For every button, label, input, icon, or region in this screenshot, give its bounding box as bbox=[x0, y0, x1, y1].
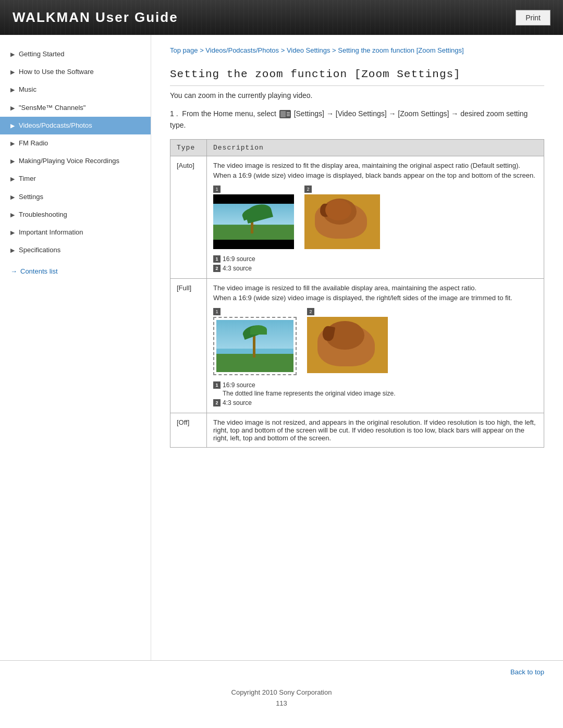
full-desc-2: When a 16:9 (wide size) video image is d… bbox=[213, 294, 537, 302]
desc-off: The video image is not resized, and appe… bbox=[207, 413, 544, 448]
sidebar-item-troubleshooting[interactable]: ▶ Troubleshooting bbox=[0, 206, 151, 224]
sky bbox=[213, 204, 294, 225]
type-off: [Off] bbox=[170, 413, 207, 448]
page-header: WALKMAN User Guide Print bbox=[0, 0, 563, 35]
arrow-icon: ▶ bbox=[10, 246, 15, 254]
desc-auto: The video image is resized to fit the di… bbox=[207, 156, 544, 279]
desc-full: The video image is resized to fill the a… bbox=[207, 279, 544, 413]
full-img2-container: 2 bbox=[307, 308, 388, 375]
breadcrumb: Top page > Videos/Podcasts/Photos > Vide… bbox=[170, 45, 544, 56]
breadcrumb-top[interactable]: Top page bbox=[170, 46, 198, 54]
sidebar-item-videos[interactable]: ▶ Videos/Podcasts/Photos bbox=[0, 117, 151, 134]
black-bar-bottom bbox=[213, 240, 294, 249]
source2-text: 4:3 source bbox=[223, 265, 252, 272]
sidebar-label: "SensMe™ Channels" bbox=[19, 103, 85, 113]
full-dog-image bbox=[307, 317, 388, 373]
auto-desc-2: When a 16:9 (wide size) video image is d… bbox=[213, 171, 537, 179]
full-source1-num: 1 bbox=[213, 381, 221, 389]
settings-icon bbox=[279, 110, 291, 118]
full-source2-label: 2 4:3 source bbox=[213, 399, 537, 406]
type-auto: [Auto] bbox=[170, 156, 207, 279]
auto-source1-label: 1 16:9 source bbox=[213, 255, 537, 263]
sidebar-item-voice-recordings[interactable]: ▶ Making/Playing Voice Recordings bbox=[0, 152, 151, 170]
auto-source2-label: 2 4:3 source bbox=[213, 265, 537, 272]
table-row-auto: [Auto] The video image is resized to fit… bbox=[170, 156, 544, 279]
table-header-description: Description bbox=[207, 140, 544, 156]
auto-img1-container: 1 bbox=[213, 186, 294, 249]
arrow-right-icon: → bbox=[10, 267, 17, 275]
sidebar-label: Getting Started bbox=[19, 50, 64, 59]
arrow-icon: ▶ bbox=[10, 157, 15, 165]
auto-desc-1: The video image is resized to fit the di… bbox=[213, 162, 537, 169]
sidebar-item-specifications[interactable]: ▶ Specifications bbox=[0, 241, 151, 259]
full-source1-note: The dotted line frame represents the ori… bbox=[223, 390, 537, 397]
sidebar-item-sensme[interactable]: ▶ "SensMe™ Channels" bbox=[0, 99, 151, 117]
sidebar-item-timer[interactable]: ▶ Timer bbox=[0, 170, 151, 188]
full-palm-leaves2 bbox=[250, 325, 267, 335]
breadcrumb-videos[interactable]: Videos/Podcasts/Photos bbox=[205, 46, 279, 54]
breadcrumb-sep2: > bbox=[281, 46, 287, 54]
dog-head bbox=[323, 199, 357, 225]
zoom-table: Type Description [Auto] The video image … bbox=[170, 139, 544, 448]
sidebar-label: FM Radio bbox=[19, 139, 48, 148]
breadcrumb-video-settings[interactable]: Video Settings bbox=[287, 46, 331, 54]
img1-label: 1 bbox=[213, 186, 294, 193]
sidebar-label: Specifications bbox=[19, 245, 60, 255]
full-images: 1 bbox=[213, 308, 537, 375]
arrow-icon: ▶ bbox=[10, 229, 15, 237]
sidebar-label: Important Information bbox=[19, 228, 83, 237]
main-layout: ▶ Getting Started ▶ How to Use the Softw… bbox=[0, 35, 563, 660]
full-num2-badge: 2 bbox=[307, 308, 314, 315]
arrow-icon: ▶ bbox=[10, 175, 15, 183]
palm-trunk bbox=[251, 210, 253, 233]
auto-dog-image bbox=[304, 194, 380, 249]
breadcrumb-sep1: > bbox=[200, 46, 205, 54]
intro-text: You can zoom in the currently playing vi… bbox=[170, 91, 544, 100]
step-1: 1 . From the Home menu, select [Settings… bbox=[170, 108, 544, 131]
arrow-icon: ▶ bbox=[10, 86, 15, 94]
ground bbox=[213, 225, 294, 240]
sidebar-item-music[interactable]: ▶ Music bbox=[0, 81, 151, 98]
auto-images: 1 bbox=[213, 186, 537, 249]
footer-bar: Back to top bbox=[0, 660, 563, 683]
svg-rect-3 bbox=[287, 114, 290, 115]
sidebar-item-how-to-use[interactable]: ▶ How to Use the Software bbox=[0, 63, 151, 81]
arrow-icon: ▶ bbox=[10, 140, 15, 147]
page-number: 113 bbox=[0, 699, 563, 715]
svg-rect-1 bbox=[280, 111, 286, 117]
source1-text: 16:9 source bbox=[223, 255, 255, 263]
full-source2-text: 4:3 source bbox=[223, 399, 252, 406]
sidebar-item-important-info[interactable]: ▶ Important Information bbox=[0, 224, 151, 241]
full-desc-1: The video image is resized to fill the a… bbox=[213, 284, 537, 292]
back-to-top-link[interactable]: Back to top bbox=[510, 668, 544, 676]
sidebar-label: Making/Playing Voice Recordings bbox=[19, 156, 119, 166]
print-button[interactable]: Print bbox=[516, 10, 550, 26]
step-1-text: 1 . From the Home menu, select bbox=[170, 109, 278, 118]
full-source2-num: 2 bbox=[213, 399, 221, 406]
full-img2-label: 2 bbox=[307, 308, 388, 315]
page-title: Setting the zoom function [Zoom Settings… bbox=[170, 68, 544, 86]
auto-img2-container: 2 bbox=[304, 186, 380, 249]
svg-rect-4 bbox=[287, 115, 290, 116]
full-source1-label: 1 16:9 source bbox=[213, 381, 537, 389]
copyright-text: Copyright 2010 Sony Corporation bbox=[0, 683, 563, 699]
auto-palm-image bbox=[213, 194, 294, 249]
full-img1-label: 1 bbox=[213, 308, 297, 315]
table-header-type: Type bbox=[170, 140, 207, 156]
svg-rect-2 bbox=[287, 112, 290, 113]
breadcrumb-sep3: > bbox=[332, 46, 338, 54]
contents-list-link[interactable]: Contents list bbox=[20, 267, 58, 275]
off-desc-1: The video image is not resized, and appe… bbox=[213, 418, 537, 442]
sidebar-item-getting-started[interactable]: ▶ Getting Started bbox=[0, 45, 151, 63]
sidebar: ▶ Getting Started ▶ How to Use the Softw… bbox=[0, 35, 151, 660]
black-bar-top bbox=[213, 194, 294, 204]
breadcrumb-current: Setting the zoom function [Zoom Settings… bbox=[338, 46, 463, 54]
sidebar-item-fm-radio[interactable]: ▶ FM Radio bbox=[0, 134, 151, 152]
sidebar-footer: → Contents list bbox=[0, 259, 151, 283]
num2-badge: 2 bbox=[304, 186, 312, 193]
sidebar-item-settings[interactable]: ▶ Settings bbox=[0, 188, 151, 206]
num1-badge: 1 bbox=[213, 186, 221, 193]
palm-leaves2 bbox=[249, 207, 264, 215]
type-full: [Full] bbox=[170, 279, 207, 413]
app-title: WALKMAN User Guide bbox=[13, 9, 178, 26]
